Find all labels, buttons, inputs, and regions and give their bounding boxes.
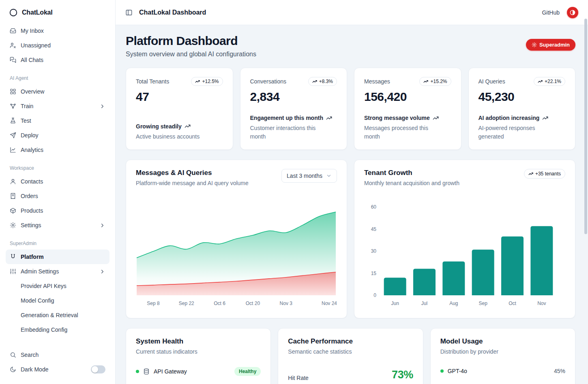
stat-trend: Engagement up this month [250, 115, 337, 121]
sidebar-toggle-button[interactable] [125, 9, 133, 16]
svg-text:Nov 24: Nov 24 [322, 301, 337, 306]
delta-badge: +22.1% [534, 77, 565, 86]
stat-card-ai-queries: AI Queries +22.1% 45,230 AI adoption inc… [468, 68, 576, 150]
send-rocket-icon [10, 132, 16, 139]
trending-up-icon [312, 79, 317, 84]
app-logo: ChatLokal [6, 5, 109, 23]
platform-icon [10, 254, 16, 260]
chart-subtitle: Platform-wide message and AI query volum… [136, 180, 249, 186]
section-title-ai-agent: AI Agent [6, 67, 109, 84]
model-usage-card: Model Usage Distribution by provider GPT… [430, 328, 575, 384]
sliders-icon [10, 268, 16, 275]
chevron-right-icon [99, 103, 105, 109]
sidebar-item-model-config[interactable]: Model Config [6, 293, 109, 308]
theme-toggle-button[interactable] [567, 7, 578, 18]
sidebar-item-label: Products [21, 207, 43, 214]
github-link[interactable]: GitHub [542, 9, 560, 16]
stat-card-total-tenants: Total Tenants +12.5% 47 Growing steadily… [126, 68, 233, 150]
sidebar-item-products[interactable]: Products [6, 203, 109, 218]
sidebar-item-admin-settings[interactable]: Admin Settings [6, 264, 109, 279]
card-subtitle: Current status indicators [136, 348, 261, 355]
status-row-api-gateway: API Gateway Healthy [136, 367, 261, 376]
svg-text:Oct 6: Oct 6 [214, 301, 225, 306]
svg-text:Sep 8: Sep 8 [147, 301, 160, 306]
model-name: GPT-4o [448, 368, 467, 374]
sidebar-item-all-chats[interactable]: All Chats [6, 53, 109, 67]
stat-card-messages: Messages +15.2% 156,420 Strong message v… [354, 68, 461, 150]
network-icon [10, 103, 16, 109]
sidebar-footer: Search Dark Mode [6, 348, 109, 377]
delta-badge: +15.2% [419, 77, 451, 86]
status-dot [136, 370, 139, 373]
hit-rate-row: Hit Rate 73% [288, 369, 413, 381]
window-title: ChatLokal Dashboard [139, 9, 206, 16]
moon-icon [10, 366, 16, 373]
svg-text:Oct 20: Oct 20 [246, 301, 260, 306]
stat-label: Messages [364, 78, 390, 85]
metric-value: 73% [392, 369, 413, 381]
sidebar-item-generation-retrieval[interactable]: Generation & Retrieval [6, 308, 109, 322]
sidebar-item-embedding-config[interactable]: Embedding Config [6, 322, 109, 337]
sidebar-item-settings[interactable]: Settings [6, 218, 109, 233]
card-title: System Health [136, 337, 261, 346]
package-icon [10, 207, 16, 214]
sidebar-item-analytics[interactable]: Analytics [6, 143, 109, 157]
stat-trend: Strong message volume [364, 115, 451, 121]
svg-text:0: 0 [373, 292, 376, 298]
sidebar-item-contacts[interactable]: Contacts [6, 174, 109, 189]
receipt-icon [10, 193, 16, 199]
user-icon [10, 178, 16, 185]
dark-mode-toggle[interactable] [91, 365, 105, 373]
trending-up-icon [185, 123, 191, 129]
stat-value: 45,230 [479, 90, 566, 104]
sidebar-item-unassigned[interactable]: Unassigned [6, 38, 109, 53]
system-health-card: System Health Current status indicators … [126, 328, 271, 384]
svg-text:15: 15 [371, 271, 377, 276]
sidebar-item-label: Deploy [21, 132, 39, 139]
section-title-superadmin: SuperAdmin [6, 233, 109, 250]
sidebar-item-label: Dark Mode [21, 366, 48, 373]
sidebar-item-label: Embedding Config [21, 326, 67, 333]
svg-text:Jul: Jul [421, 301, 427, 306]
superadmin-badge-label: Superadmin [539, 42, 570, 48]
trending-up-icon [326, 115, 332, 121]
sidebar-item-orders[interactable]: Orders [6, 189, 109, 203]
status-badge: Healthy [234, 367, 261, 376]
sidebar-item-dark-mode: Dark Mode [6, 362, 109, 377]
sidebar-item-label: Provider API Keys [21, 283, 67, 289]
superadmin-badge[interactable]: Superadmin [526, 39, 575, 51]
sidebar-item-label: All Chats [21, 57, 43, 63]
tenant-growth-chart: 015304560JunJulAugSepOctNov [364, 203, 559, 309]
stat-trend: Growing steadily [136, 123, 223, 130]
sidebar-item-provider-api-keys[interactable]: Provider API Keys [6, 279, 109, 293]
chart-subtitle: Monthly tenant acquisition and growth [364, 180, 459, 186]
svg-text:Sep 22: Sep 22 [179, 301, 194, 306]
sidebar-item-label: Contacts [21, 178, 43, 185]
sidebar-item-deploy[interactable]: Deploy [6, 128, 109, 143]
svg-text:Aug: Aug [449, 301, 458, 306]
sidebar-item-train[interactable]: Train [6, 99, 109, 113]
scrollbar[interactable] [584, 19, 587, 234]
page-content: Platform Dashboard System overview and g… [116, 25, 588, 384]
card-title: Cache Performance [288, 337, 413, 346]
messages-queries-chart: Sep 8Sep 22Oct 6Oct 20Nov 3Nov 24 [136, 203, 337, 309]
stat-label: Total Tenants [136, 78, 169, 85]
svg-text:Sep: Sep [479, 301, 487, 306]
unassigned-user-icon [10, 42, 16, 49]
date-range-select[interactable]: Last 3 months [281, 169, 337, 183]
sidebar-item-test[interactable]: Test [6, 113, 109, 128]
sidebar-item-label: Train [21, 103, 33, 109]
tenant-growth-card: Tenant Growth Monthly tenant acquisition… [354, 160, 575, 318]
sidebar-item-label: Analytics [21, 147, 43, 153]
card-subtitle: Semantic cache statistics [288, 348, 413, 355]
sidebar-item-platform[interactable]: Platform [6, 250, 109, 264]
sidebar-item-search[interactable]: Search [6, 348, 109, 362]
sidebar-item-overview[interactable]: Overview [6, 84, 109, 99]
page-subtitle: System overview and global AI configurat… [126, 51, 256, 58]
gear-icon [532, 42, 537, 47]
chevron-down-icon [326, 173, 332, 179]
sidebar-item-label: Overview [21, 88, 44, 95]
logo-icon [9, 8, 18, 17]
sidebar-item-my-inbox[interactable]: My Inbox [6, 23, 109, 38]
sidebar-item-label: Orders [21, 193, 38, 199]
